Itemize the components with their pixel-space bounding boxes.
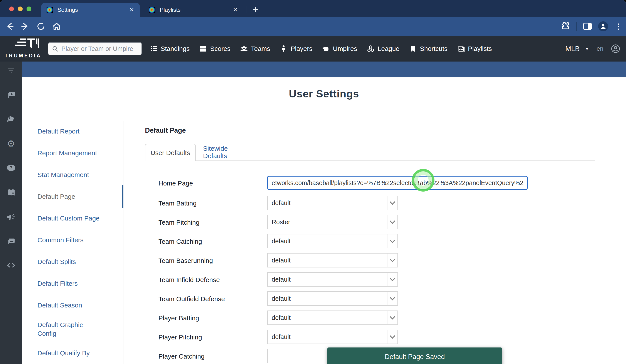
forward-icon[interactable] [20,22,30,31]
global-search[interactable] [48,42,142,55]
page-header-band [22,62,626,77]
settings-nav-default-custom-page[interactable]: Default Custom Page [38,214,101,223]
gear-icon[interactable]: ⚙ [0,139,22,149]
settings-nav-common-filters[interactable]: Common Filters [38,236,101,244]
new-tab-button[interactable]: + [250,4,261,15]
player-pitching-select[interactable]: default [267,330,398,344]
settings-nav-report-management[interactable]: Report Management [38,149,101,157]
settings-nav-default-page[interactable]: Default Page [38,192,101,201]
site-favicon [149,7,156,13]
nav-label: Teams [251,45,270,52]
nav-label: Players [291,45,312,52]
team-pitching-select[interactable]: Roster [267,215,398,229]
user-profile-icon[interactable] [611,44,620,54]
nav-item-standings[interactable]: Standings [150,45,190,53]
home-page-input[interactable] [267,176,528,190]
chevron-down-icon [387,196,397,210]
video-playlist-icon[interactable] [0,90,22,100]
team-pitching-label: Team Pitching [158,219,199,226]
maximize-window-button[interactable] [27,6,31,11]
section-heading: Default Page [145,127,186,134]
team-infield-defense-select[interactable]: default [267,272,398,287]
settings-nav-stat-management[interactable]: Stat Management [38,170,101,179]
side-panel-icon[interactable] [583,23,592,30]
nav-item-league[interactable]: League [367,45,399,53]
back-icon[interactable] [5,22,15,31]
team-catching-select[interactable]: default [267,234,398,248]
player-batting-select[interactable]: default [267,310,398,325]
tags-icon[interactable] [0,115,22,125]
select-value: default [268,295,387,302]
image-playlists-icon[interactable] [0,236,22,246]
nav-item-scores[interactable]: Scores [199,45,230,53]
select-value: Roster [268,219,387,226]
filter-icon[interactable] [0,66,22,76]
app-nav-bar: TRUMEDIA Standings Scores Teams Players [0,36,626,62]
tabstrip-separator [246,6,246,13]
browser-toolbar: mlbdemo.trumedianetworks.com/baseball/se… [0,17,626,36]
settings-nav-default-qualify-by[interactable]: Default Qualify By [38,349,101,358]
tab-user-defaults[interactable]: User Defaults [145,144,196,161]
help-icon[interactable]: ? [0,163,22,173]
browser-profile-avatar[interactable] [598,21,608,31]
settings-nav-default-report[interactable]: Default Report [38,127,101,136]
league-selector[interactable]: MLB ▼ [565,45,589,53]
chevron-down-icon: ▼ [585,46,589,51]
settings-nav-default-graphic-config[interactable]: Default Graphic Config [38,321,101,338]
svg-text:?: ? [10,165,12,170]
glossary-book-icon[interactable] [0,188,22,198]
extensions-puzzle-icon[interactable] [560,21,570,32]
app-nav-items: Standings Scores Teams Players Umpires L… [150,36,492,62]
settings-nav-default-splits[interactable]: Default Splits [38,258,101,266]
standings-list-icon [150,45,157,53]
chevron-down-icon [387,273,397,286]
toast-message: Default Page Saved [385,353,445,361]
chevron-down-icon [387,215,397,229]
trumedia-wordmark: TRUMEDIA [0,53,46,59]
code-icon[interactable] [0,261,22,271]
tab-close-icon[interactable]: ✕ [129,6,134,13]
team-batting-label: Team Batting [158,199,196,207]
home-icon[interactable] [52,22,61,31]
nav-label: Standings [161,45,190,52]
tab-title: Settings [57,6,129,13]
language-selector[interactable]: en [597,45,603,52]
browser-tab-playlists[interactable]: Playlists ✕ [144,3,243,17]
reload-icon[interactable] [36,22,46,31]
select-value: default [268,333,387,340]
nav-item-teams[interactable]: Teams [240,45,270,53]
search-input[interactable] [61,45,135,52]
browser-menu-icon[interactable]: ⋮ [615,22,622,31]
chevron-down-icon [387,234,397,248]
nav-item-umpires[interactable]: Umpires [322,45,357,53]
site-favicon [47,7,53,13]
team-outfield-defense-select[interactable]: default [267,291,398,306]
player-batting-label: Player Batting [158,314,199,322]
close-window-button[interactable] [9,6,14,11]
tab-close-icon[interactable]: ✕ [233,6,238,13]
select-value: default [268,257,387,264]
nav-label: Umpires [333,45,357,52]
chevron-down-icon [387,292,397,305]
scores-grid-icon [199,45,207,53]
nav-item-shortcuts[interactable]: Shortcuts [409,45,448,53]
minimize-window-button[interactable] [18,6,23,11]
team-catching-label: Team Catching [158,238,202,245]
browser-titlebar: Settings ✕ Playlists ✕ + [0,0,626,17]
team-infield-defense-label: Team Infield Defense [158,276,220,284]
league-balls-icon [367,45,375,53]
announcements-megaphone-icon[interactable] [0,212,22,222]
nav-item-playlists[interactable]: Playlists [457,45,492,53]
browser-tab-settings[interactable]: Settings ✕ [41,3,140,17]
tab-sitewide-defaults[interactable]: Sitewide Defaults [203,144,253,161]
team-batting-select[interactable]: default [267,196,398,210]
settings-nav-default-filters[interactable]: Default Filters [38,279,101,288]
player-icon [280,45,287,53]
nav-item-players[interactable]: Players [280,45,312,53]
settings-nav-default-season[interactable]: Default Season [38,301,101,310]
toolbar-separator [576,22,577,31]
team-outfield-defense-label: Team Outfield Defense [158,295,225,303]
trumedia-logo[interactable]: TRUMEDIA [0,36,46,62]
team-baserunning-select[interactable]: default [267,253,398,267]
nav-label: Shortcuts [420,45,448,52]
